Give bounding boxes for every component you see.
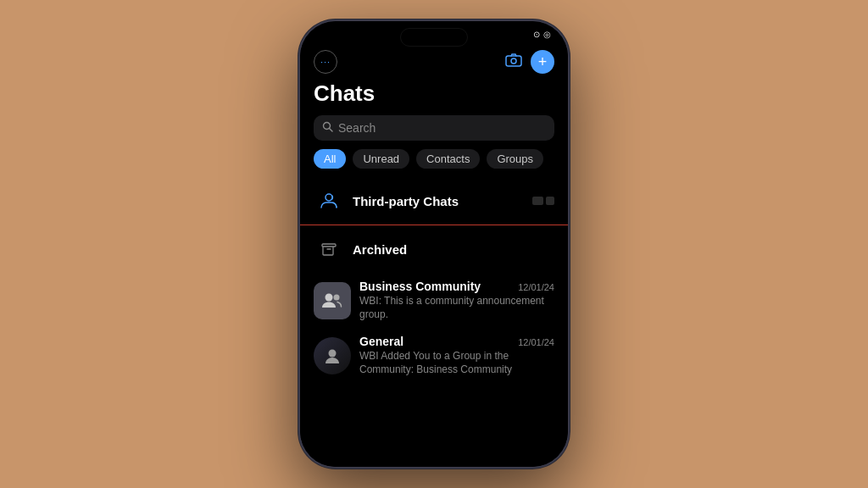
chat-name-business: Business Community — [359, 280, 481, 293]
page-title: Chats — [300, 80, 568, 115]
status-right-icons: ⊙ ◎ — [517, 30, 551, 39]
third-party-chevron-boxes — [532, 197, 554, 205]
chat-list: Third-party Chats — [300, 177, 568, 467]
power-button — [569, 131, 570, 178]
chat-preview-business: WBI: This is a community announcement gr… — [359, 295, 554, 321]
chat-info-business: Business Community 12/01/24 WBI: This is… — [359, 280, 554, 321]
general-avatar-icon — [321, 345, 343, 367]
chat-item-business-community[interactable]: Business Community 12/01/24 WBI: This is… — [300, 273, 568, 328]
third-party-chats-row[interactable]: Third-party Chats — [300, 177, 568, 225]
search-placeholder-text: Search — [338, 121, 376, 135]
svg-line-3 — [330, 129, 333, 132]
svg-point-4 — [326, 194, 332, 201]
chat-name-general: General — [359, 335, 403, 348]
search-icon — [322, 121, 333, 135]
chat-preview-general: WBI Added You to a Group in the Communit… — [359, 350, 554, 376]
svg-point-1 — [511, 58, 516, 64]
third-party-icon — [314, 186, 344, 216]
tab-all[interactable]: All — [314, 149, 346, 169]
svg-rect-5 — [322, 244, 336, 247]
third-party-label: Third-party Chats — [353, 194, 524, 208]
svg-point-6 — [326, 293, 333, 301]
volume-down-button — [298, 165, 299, 199]
svg-rect-0 — [506, 56, 521, 66]
screen: 00:01 ⊙ ◎ ··· — [300, 21, 568, 467]
chat-avatar-general — [314, 337, 351, 374]
archive-icon — [314, 234, 344, 264]
dynamic-island — [400, 28, 468, 47]
camera-button[interactable] — [505, 53, 522, 71]
tab-unread[interactable]: Unread — [353, 149, 409, 169]
more-icon: ··· — [320, 57, 331, 67]
archived-row[interactable]: Archived — [300, 225, 568, 273]
chat-date-general: 12/01/24 — [518, 337, 554, 347]
chat-item-general[interactable]: General 12/01/24 WBI Added You to a Grou… — [300, 328, 568, 383]
volume-up-button — [298, 123, 299, 157]
tab-groups[interactable]: Groups — [487, 149, 543, 169]
svg-point-7 — [334, 294, 340, 300]
camera-rotate-icon: ⊙ — [533, 30, 540, 39]
phone-frame: 00:01 ⊙ ◎ ··· — [298, 19, 570, 469]
search-bar[interactable]: Search — [314, 115, 554, 141]
svg-point-8 — [329, 349, 337, 357]
tab-contacts[interactable]: Contacts — [416, 149, 480, 169]
chat-info-general: General 12/01/24 WBI Added You to a Grou… — [359, 335, 554, 376]
camera-icon — [505, 53, 522, 67]
more-options-button[interactable]: ··· — [314, 50, 337, 74]
new-chat-button[interactable]: + — [531, 50, 554, 74]
chat-avatar-business — [314, 282, 351, 319]
top-bar: ··· + — [300, 45, 568, 80]
filter-tabs: All Unread Contacts Groups — [300, 149, 568, 177]
signal-icon: ◎ — [543, 30, 551, 39]
community-avatar-icon — [320, 289, 344, 313]
status-bar: 00:01 ⊙ ◎ — [300, 21, 568, 45]
phone-wrapper: 00:01 ⊙ ◎ ··· — [298, 19, 570, 469]
top-bar-right: + — [505, 50, 554, 74]
plus-icon: + — [538, 54, 548, 69]
app-content: ··· + — [300, 45, 568, 467]
archived-label: Archived — [353, 242, 407, 257]
chat-date-business: 12/01/24 — [518, 282, 554, 292]
